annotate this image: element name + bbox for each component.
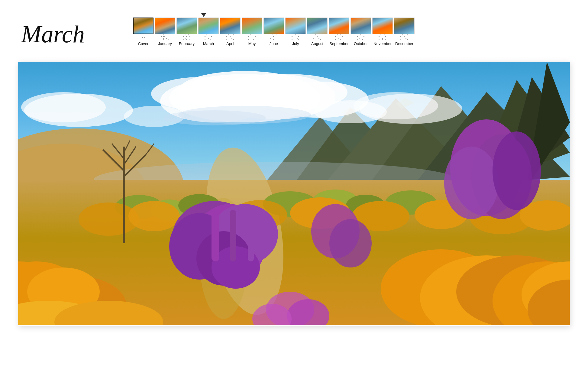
thumb-february-img: [176, 18, 197, 34]
thumb-august-label: August: [311, 41, 323, 46]
thumb-march-img: [198, 18, 219, 34]
thumb-november-dots: [379, 34, 386, 41]
thumb-august-img: [307, 18, 328, 34]
thumb-september-img: [329, 18, 349, 34]
thumb-april-img: [220, 18, 241, 34]
thumb-april-label: April: [226, 41, 234, 46]
thumbnails-row: Cover January: [133, 18, 415, 46]
thumb-cover-dots: [142, 34, 145, 41]
top-area: March: [18, 12, 570, 53]
svg-point-85: [163, 110, 266, 125]
thumb-october[interactable]: October: [351, 18, 371, 46]
svg-point-79: [21, 92, 106, 122]
thumb-october-img: [351, 18, 371, 34]
thumb-december-img: [394, 18, 415, 34]
thumb-cover-label: Cover: [138, 41, 149, 46]
thumb-june-label: June: [270, 41, 278, 46]
thumb-october-label: October: [354, 41, 368, 46]
svg-rect-40: [248, 216, 254, 261]
thumb-november-label: November: [373, 41, 392, 46]
thumb-november-img: [372, 18, 393, 34]
thumb-july-dots: [292, 34, 299, 41]
svg-rect-39: [230, 210, 236, 261]
thumb-december[interactable]: December: [394, 18, 415, 46]
svg-point-45: [444, 147, 499, 219]
svg-point-46: [493, 131, 541, 210]
main-image: [18, 62, 570, 325]
arrow-down-icon: [201, 13, 206, 17]
thumb-october-dots: [357, 34, 365, 41]
thumb-march[interactable]: March: [198, 18, 219, 46]
thumb-september-label: September: [329, 41, 349, 46]
thumb-august-dots: [313, 34, 321, 41]
thumb-february[interactable]: February: [176, 18, 197, 46]
thumb-september-dots: [335, 34, 343, 41]
thumb-january-label: January: [158, 41, 172, 46]
thumb-june-dots: [270, 34, 278, 41]
month-title: March: [18, 12, 115, 53]
thumb-january[interactable]: January: [155, 18, 175, 46]
svg-point-25: [128, 201, 180, 231]
thumb-march-label: March: [203, 41, 214, 46]
svg-rect-38: [212, 213, 219, 261]
thumb-july[interactable]: July: [285, 18, 306, 46]
thumbnail-strip: Cover January: [133, 12, 570, 46]
thumb-may-dots: [248, 34, 256, 41]
thumb-february-dots: [183, 34, 191, 41]
thumb-july-img: [285, 18, 306, 34]
thumb-june-img: [263, 18, 284, 34]
thumb-november[interactable]: November: [372, 18, 393, 46]
thumb-may-img: [242, 18, 262, 34]
thumb-cover[interactable]: Cover: [133, 18, 153, 46]
thumb-february-label: February: [179, 41, 195, 46]
page-container: March: [0, 0, 588, 392]
thumb-april[interactable]: April: [220, 18, 241, 46]
thumb-january-img: [155, 18, 175, 34]
thumb-june[interactable]: June: [263, 18, 284, 46]
month-title-text: March: [21, 21, 85, 47]
svg-point-83: [314, 100, 387, 123]
main-image-container: [18, 62, 570, 326]
thumb-may[interactable]: May: [242, 18, 262, 46]
thumb-january-dots: [161, 34, 169, 41]
thumb-august[interactable]: August: [307, 18, 328, 46]
svg-point-42: [329, 219, 372, 267]
thumb-april-dots: [226, 34, 234, 41]
thumb-may-label: May: [248, 41, 256, 46]
thumb-march-dots: [205, 34, 212, 41]
thumb-cover-img: [133, 18, 153, 34]
selected-month-indicator: [133, 12, 570, 18]
thumb-december-label: December: [395, 41, 413, 46]
thumb-december-dots: [400, 34, 408, 41]
thumb-july-label: July: [292, 41, 299, 46]
thumb-september[interactable]: September: [329, 18, 349, 46]
